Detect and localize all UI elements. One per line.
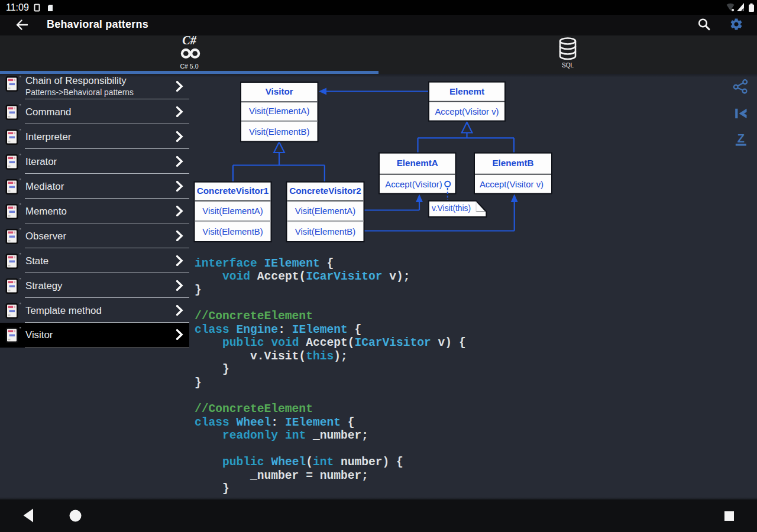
svg-text:ElenemtA: ElenemtA [397,158,438,168]
svg-text:Visit(ElementA): Visit(ElementA) [295,206,355,216]
svg-text:Z: Z [737,132,745,145]
svg-text:Accept(Visitor v): Accept(Visitor v) [480,180,544,189]
svg-text:v.Visit(this): v.Visit(this) [432,204,471,213]
svg-text:Visit(ElementB): Visit(ElementB) [202,227,263,236]
svg-text:ConcreteVisitor1: ConcreteVisitor1 [197,186,269,196]
svg-text:Visit(ElementB): Visit(ElementB) [295,227,355,236]
svg-text:Accept(Visitor v): Accept(Visitor v) [435,107,499,116]
svg-text:Accept(Visitor): Accept(Visitor) [385,180,442,189]
svg-text:Elenemt: Elenemt [449,86,484,96]
svg-text:Visit(ElementB): Visit(ElementB) [249,127,309,137]
svg-text:ConcreteVisitor2: ConcreteVisitor2 [289,186,361,196]
svg-text:Visitor: Visitor [266,86,293,96]
svg-text:Visit(ElementA): Visit(ElementA) [202,206,263,216]
svg-text:Visit(ElementA): Visit(ElementA) [249,106,309,116]
svg-text:ElenemtB: ElenemtB [492,158,533,168]
